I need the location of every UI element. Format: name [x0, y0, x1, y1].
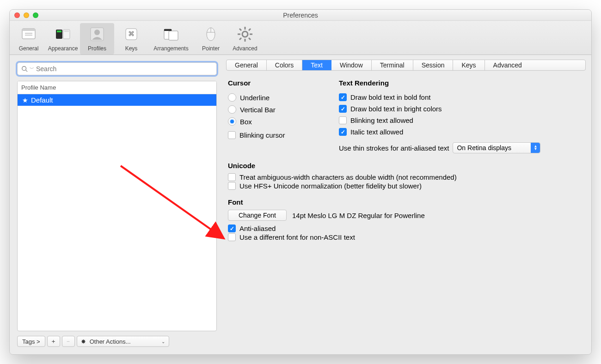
change-font-button[interactable]: Change Font — [228, 210, 287, 221]
content: ﹀ Profile Name ★ Default Tags > ＋ － ✸ Ot… — [10, 55, 591, 354]
window-title: Preferences — [10, 12, 591, 19]
tab-text[interactable]: Text — [302, 60, 331, 70]
svg-rect-3 — [25, 35, 32, 36]
titlebar: Preferences — [10, 10, 591, 21]
profiles-left-top: ﹀ Profile Name ★ Default — [17, 62, 217, 331]
thin-strokes-popup[interactable]: On Retina displays ▲▼ — [453, 142, 540, 153]
profile-list-header: Profile Name — [18, 81, 216, 94]
tab-terminal[interactable]: Terminal — [372, 60, 413, 70]
svg-point-27 — [22, 67, 26, 71]
cursor-vertical-row[interactable]: Vertical Bar — [228, 105, 320, 114]
zoom-button[interactable] — [33, 12, 38, 18]
profile-row-default[interactable]: ★ Default — [18, 94, 216, 106]
profile-search[interactable]: ﹀ — [17, 62, 217, 75]
italic-text-row[interactable]: Italic text allowed — [339, 128, 540, 136]
checkbox-bold-font[interactable] — [339, 93, 347, 101]
cursor-underline-row[interactable]: Underline — [228, 93, 320, 102]
draw-bold-font-row[interactable]: Draw bold text in bold font — [339, 93, 540, 101]
search-icon — [21, 66, 28, 72]
tab-advanced[interactable]: Advanced — [485, 60, 530, 70]
other-actions-dropdown[interactable]: ✸ Other Actions... ⌄ — [77, 336, 169, 347]
svg-line-28 — [26, 70, 28, 72]
radio-underline[interactable] — [228, 93, 236, 102]
svg-rect-5 — [57, 30, 61, 32]
toolbar-label: Appearance — [48, 45, 78, 52]
tags-button[interactable]: Tags > — [17, 336, 45, 347]
advanced-icon — [236, 25, 254, 43]
tab-colors[interactable]: Colors — [267, 60, 302, 70]
checkbox-non-ascii[interactable] — [228, 233, 236, 241]
star-icon: ★ — [22, 97, 28, 104]
current-font-label: 14pt Meslo LG M DZ Regular for Powerline — [292, 212, 425, 219]
unicode-title: Unicode — [228, 162, 586, 170]
tab-keys[interactable]: Keys — [453, 60, 484, 70]
tab-window[interactable]: Window — [331, 60, 372, 70]
cursor-box-row[interactable]: Box — [228, 117, 320, 126]
text-rendering-section: Text Rendering Draw bold text in bold fo… — [339, 78, 540, 153]
remove-profile-button[interactable]: － — [62, 336, 75, 347]
svg-text:⌘: ⌘ — [128, 30, 135, 37]
keys-icon: ⌘ — [122, 25, 141, 43]
anti-aliased-row[interactable]: Anti-aliased — [228, 224, 586, 232]
blinking-text-label: Blinking text allowed — [350, 116, 413, 124]
radio-box[interactable] — [228, 117, 236, 126]
ambiguous-width-label: Treat ambiguous-width characters as doub… — [239, 173, 457, 181]
tab-session[interactable]: Session — [413, 60, 454, 70]
checkbox-ambiguous[interactable] — [228, 173, 236, 181]
svg-rect-14 — [164, 29, 172, 31]
cursor-title: Cursor — [228, 79, 320, 87]
minimize-button[interactable] — [24, 12, 29, 18]
font-row: Change Font 14pt Meslo LG M DZ Regular f… — [228, 210, 586, 221]
blinking-text-row[interactable]: Blinking text allowed — [339, 116, 540, 124]
toolbar-appearance[interactable]: Appearance — [46, 23, 80, 55]
checkbox-bold-colors[interactable] — [339, 105, 347, 113]
close-button[interactable] — [14, 12, 20, 18]
toolbar-advanced[interactable]: Advanced — [228, 23, 262, 55]
non-ascii-font-row[interactable]: Use a different font for non-ASCII text — [228, 233, 586, 241]
thin-strokes-value: On Retina displays — [457, 144, 511, 152]
font-title: Font — [228, 198, 586, 206]
svg-rect-7 — [64, 30, 69, 32]
svg-line-26 — [239, 38, 241, 40]
draw-bold-colors-label: Draw bold text in bright colors — [350, 105, 442, 113]
toolbar-general[interactable]: General — [12, 23, 46, 55]
cursor-vertical-label: Vertical Bar — [240, 106, 276, 114]
svg-point-18 — [242, 31, 248, 37]
svg-rect-2 — [25, 33, 32, 34]
svg-point-9 — [94, 30, 100, 35]
checkbox-italic-text[interactable] — [339, 128, 347, 136]
checkbox-hfs[interactable] — [228, 182, 236, 190]
profile-list: Profile Name ★ Default — [17, 81, 217, 331]
appearance-icon — [54, 25, 72, 43]
checkbox-blinking-cursor[interactable] — [228, 131, 236, 139]
toolbar: General Appearance Profiles ⌘ Keys Arran… — [10, 21, 591, 55]
blinking-cursor-row[interactable]: Blinking cursor — [228, 131, 320, 139]
anti-aliased-label: Anti-aliased — [239, 224, 276, 232]
toolbar-keys[interactable]: ⌘ Keys — [114, 23, 148, 55]
cursor-box-label: Box — [240, 118, 252, 126]
thin-strokes-row: Use thin strokes for anti-aliased text O… — [339, 142, 540, 153]
draw-bold-colors-row[interactable]: Draw bold text in bright colors — [339, 105, 540, 113]
profile-search-input[interactable] — [36, 65, 213, 73]
svg-line-24 — [249, 38, 251, 40]
toolbar-label: Pointer — [202, 45, 220, 52]
profile-tabs: General Colors Text Window Terminal Sess… — [226, 60, 586, 71]
checkbox-blinking-text[interactable] — [339, 116, 347, 124]
hfs-row[interactable]: Use HFS+ Unicode normalization (better f… — [228, 182, 586, 190]
font-section: Font Change Font 14pt Meslo LG M DZ Regu… — [228, 198, 586, 241]
tab-general[interactable]: General — [227, 60, 267, 70]
thin-strokes-label: Use thin strokes for anti-aliased text — [339, 144, 449, 152]
svg-rect-1 — [22, 29, 35, 31]
general-icon — [19, 25, 38, 43]
italic-text-label: Italic text allowed — [350, 128, 403, 136]
toolbar-pointer[interactable]: Pointer — [194, 23, 228, 55]
search-scope-chevron-icon[interactable]: ﹀ — [30, 66, 34, 72]
add-profile-button[interactable]: ＋ — [47, 336, 60, 347]
toolbar-arrangements[interactable]: Arrangements — [148, 23, 194, 55]
toolbar-profiles[interactable]: Profiles — [80, 23, 114, 55]
ambiguous-width-row[interactable]: Treat ambiguous-width characters as doub… — [228, 173, 586, 181]
checkbox-anti-aliased[interactable] — [228, 224, 236, 232]
hfs-label: Use HFS+ Unicode normalization (better f… — [239, 182, 422, 190]
radio-vertical[interactable] — [228, 105, 236, 114]
svg-line-25 — [249, 29, 251, 30]
